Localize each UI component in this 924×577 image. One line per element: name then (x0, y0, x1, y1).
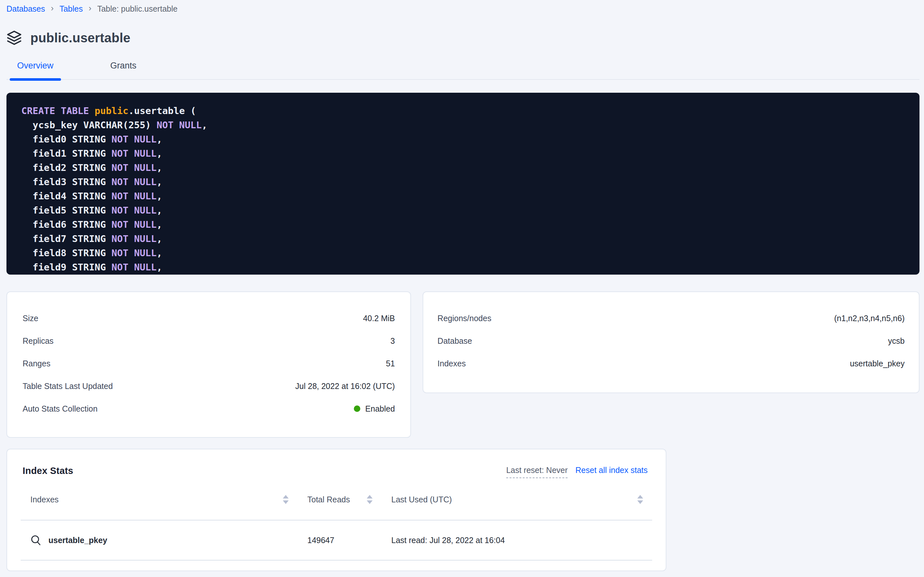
sql-token: field5 STRING (21, 205, 111, 216)
table-detail-page: Databases › Tables › Table: public.usert… (0, 0, 924, 577)
sql-token: ycsb_key VARCHAR(255) (21, 119, 157, 131)
breadcrumb-current: Table: public.usertable (97, 4, 178, 14)
sql-line: ycsb_key VARCHAR(255) NOT NULL, (21, 118, 905, 132)
table-meta-card: Regions/nodes (n1,n2,n3,n4,n5,n6) Databa… (423, 292, 919, 393)
total-reads-cell: 149647 (298, 536, 382, 545)
create-table-sql-box: CREATE TABLE public.usertable ( ycsb_key… (6, 93, 919, 275)
sql-token: NOT NULL (111, 262, 157, 273)
index-stats-table: Indexes Total Reads Last Used (UTC) (21, 479, 652, 561)
sql-line: field4 STRING NOT NULL, (21, 189, 905, 203)
chevron-right-icon: › (88, 3, 92, 13)
status-text: Enabled (365, 404, 395, 414)
detail-row-replicas: Replicas 3 (22, 330, 395, 352)
sql-token: field8 STRING (21, 247, 111, 258)
index-stats-controls: Last reset: Never Reset all index stats (506, 466, 648, 478)
sql-token: field1 STRING (21, 148, 111, 159)
column-header-last-used[interactable]: Last Used (UTC) (382, 495, 652, 504)
sql-line: field6 STRING NOT NULL, (21, 218, 905, 232)
status-badge: Enabled (354, 404, 395, 414)
breadcrumb-databases[interactable]: Databases (6, 4, 45, 14)
sql-line: field9 STRING NOT NULL, (21, 260, 905, 274)
sql-token: field4 STRING (21, 190, 111, 201)
sort-icon[interactable] (367, 495, 373, 504)
index-name-cell[interactable]: usertable_pkey (21, 535, 298, 546)
detail-value: (n1,n2,n3,n4,n5,n6) (834, 314, 905, 323)
sql-token: , (157, 176, 162, 187)
tab-bar: Overview Grants (6, 61, 919, 80)
sql-line: field1 STRING NOT NULL, (21, 147, 905, 161)
detail-label: Indexes (437, 359, 466, 368)
sql-line: field5 STRING NOT NULL, (21, 203, 905, 218)
sql-token: .usertable ( (129, 105, 196, 116)
sql-token: NOT NULL (111, 134, 157, 145)
detail-label: Database (437, 336, 472, 346)
column-header-indexes[interactable]: Indexes (21, 495, 298, 504)
column-label: Total Reads (307, 495, 350, 504)
detail-value: 3 (390, 336, 395, 346)
detail-value: Jul 28, 2022 at 16:02 (UTC) (296, 382, 395, 391)
column-label: Indexes (31, 495, 59, 504)
detail-label: Replicas (22, 336, 54, 346)
page-title: public.usertable (31, 31, 130, 45)
detail-row-ranges: Ranges 51 (22, 352, 395, 375)
index-stats-title: Index Stats (22, 466, 73, 476)
sql-token: NOT NULL (111, 176, 157, 187)
title-row: public.usertable (6, 28, 919, 47)
detail-label: Ranges (22, 359, 50, 368)
sql-token: , (157, 247, 162, 258)
sql-token: , (157, 148, 162, 159)
column-header-total-reads[interactable]: Total Reads (298, 495, 382, 504)
table-row: usertable_pkey 149647 Last read: Jul 28,… (21, 521, 652, 561)
detail-cards-row: Size 40.2 MiB Replicas 3 Ranges 51 Table… (6, 292, 919, 438)
sql-token: NOT NULL (157, 119, 202, 131)
sql-line: field8 STRING NOT NULL, (21, 246, 905, 260)
tab-overview[interactable]: Overview (10, 61, 61, 79)
detail-label: Size (22, 314, 39, 323)
sql-line: CREATE TABLE public.usertable ( (21, 104, 905, 118)
last-reset-label[interactable]: Last reset: Never (506, 466, 567, 478)
detail-value: usertable_pkey (850, 359, 905, 368)
index-stats-table-head: Indexes Total Reads Last Used (UTC) (21, 479, 652, 521)
status-dot-icon (354, 405, 360, 412)
sort-icon[interactable] (637, 495, 643, 504)
last-used-cell: Last read: Jul 28, 2022 at 16:04 (382, 536, 652, 545)
detail-row-size: Size 40.2 MiB (22, 307, 395, 330)
sql-token: NOT NULL (111, 247, 157, 258)
sql-token: , (202, 119, 207, 131)
sql-token: , (157, 162, 162, 173)
layers-icon (6, 30, 22, 45)
index-name[interactable]: usertable_pkey (48, 536, 107, 545)
sql-token: field3 STRING (21, 176, 111, 187)
detail-label: Regions/nodes (437, 314, 492, 323)
column-label: Last Used (UTC) (391, 495, 452, 504)
sql-token: NOT NULL (111, 205, 157, 216)
sql-token: public (95, 105, 129, 116)
breadcrumb-tables[interactable]: Tables (59, 4, 83, 14)
detail-row-indexes: Indexes usertable_pkey (437, 352, 905, 375)
tab-grants[interactable]: Grants (103, 61, 144, 79)
sql-token: field0 STRING (21, 134, 111, 145)
sql-token: field6 STRING (21, 219, 111, 230)
sql-token: field2 STRING (21, 162, 111, 173)
detail-row-stats-updated: Table Stats Last Updated Jul 28, 2022 at… (22, 375, 395, 397)
detail-label: Table Stats Last Updated (22, 382, 112, 391)
index-stats-card: Index Stats Last reset: Never Reset all … (6, 449, 666, 571)
sql-token: , (157, 219, 162, 230)
sql-line: field0 STRING NOT NULL, (21, 132, 905, 147)
sort-icon[interactable] (283, 495, 289, 504)
search-icon (31, 535, 41, 546)
reset-index-stats-link[interactable]: Reset all index stats (575, 466, 648, 475)
sql-line: field2 STRING NOT NULL, (21, 161, 905, 175)
sql-token: , (157, 205, 162, 216)
table-stats-card: Size 40.2 MiB Replicas 3 Ranges 51 Table… (6, 292, 411, 438)
sql-token: NOT NULL (111, 219, 157, 230)
breadcrumb: Databases › Tables › Table: public.usert… (6, 3, 919, 14)
detail-row-regions: Regions/nodes (n1,n2,n3,n4,n5,n6) (437, 307, 905, 330)
sql-token: , (157, 262, 162, 273)
detail-row-auto-stats: Auto Stats Collection Enabled (22, 397, 395, 420)
detail-row-database: Database ycsb (437, 330, 905, 352)
sql-token: , (157, 233, 162, 244)
sql-token: , (157, 190, 162, 201)
index-stats-header: Index Stats Last reset: Never Reset all … (7, 466, 666, 479)
sql-token: , (157, 134, 162, 145)
